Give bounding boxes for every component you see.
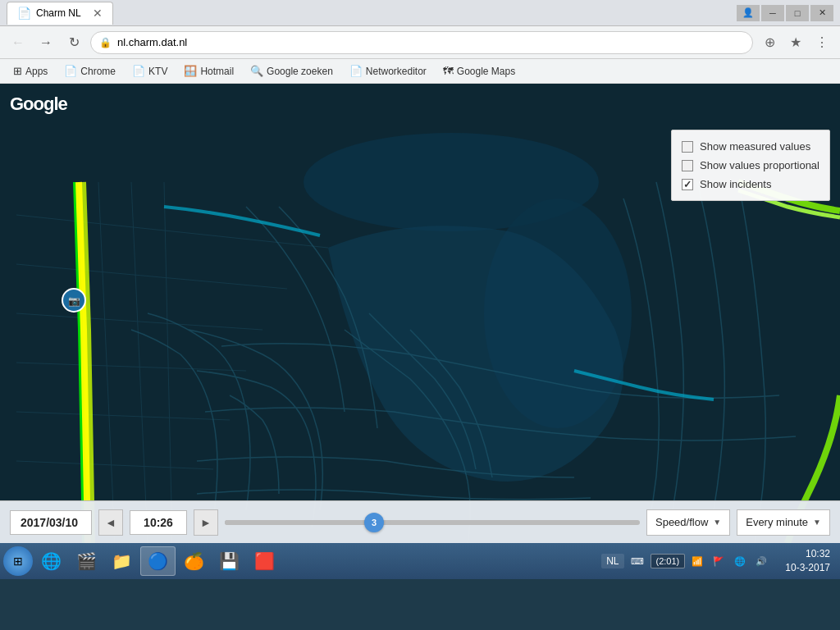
taskbar-media[interactable]: 🎬 <box>70 546 103 576</box>
svg-line-8 <box>16 363 246 371</box>
proportional-checkbox[interactable] <box>682 160 693 171</box>
ie-icon: 🌐 <box>41 551 62 571</box>
url-input-container[interactable]: 🔒 <box>90 31 753 54</box>
svg-text:📷: 📷 <box>68 294 80 307</box>
google-logo: Google <box>10 94 67 115</box>
legend-item-incidents[interactable]: Show incidents <box>682 175 819 194</box>
bookmark-hotmail-label: Hotmail <box>200 66 234 77</box>
bookmark-star-button[interactable]: ★ <box>784 31 807 54</box>
close-button[interactable]: ✕ <box>810 5 833 21</box>
media-icon: 🎬 <box>76 551 97 571</box>
refresh-button[interactable]: ↻ <box>62 31 85 54</box>
every-minute-label: Every minute <box>746 516 808 528</box>
apps-icon: ⊞ <box>13 65 22 77</box>
svg-line-5 <box>16 215 328 248</box>
date-display: 2017/03/10 <box>10 510 92 535</box>
language-indicator[interactable]: NL <box>601 554 623 568</box>
bookmark-googlemaps[interactable]: 🗺 Google Maps <box>436 62 522 80</box>
bookmark-chrome-label: Chrome <box>80 66 116 77</box>
svg-line-7 <box>16 313 262 330</box>
bookmark-ktv[interactable]: 📄 KTV <box>126 62 174 80</box>
window-controls: 👤 ─ □ ✕ <box>737 5 833 21</box>
bookmark-networkeditor-label: Networkeditor <box>366 66 427 77</box>
speed-flow-arrow: ▼ <box>713 518 721 527</box>
bookmark-apps[interactable]: ⊞ Apps <box>7 62 54 80</box>
map-area[interactable]: 📷 Google Show measured values Show value… <box>0 84 840 543</box>
flag-icon[interactable]: 🚩 <box>710 555 728 568</box>
speed-flow-box[interactable]: Speed/flow ▼ <box>646 509 730 536</box>
address-bar-icons: ⊕ ★ ⋮ <box>758 31 833 54</box>
clock-time: 10:32 <box>785 547 830 561</box>
bookmarks-bar: ⊞ Apps 📄 Chrome 📄 KTV 🪟 Hotmail 🔍 Google… <box>0 59 840 84</box>
start-button[interactable]: ⊞ <box>3 546 33 576</box>
taskbar-files[interactable]: 💾 <box>212 546 246 576</box>
svg-line-3 <box>131 182 148 543</box>
start-icon: ⊞ <box>13 555 23 568</box>
every-minute-arrow: ▼ <box>813 518 821 527</box>
explorer-icon: 📁 <box>112 551 132 571</box>
taskbar-ppt[interactable]: 🟥 <box>248 546 281 576</box>
url-input[interactable] <box>117 36 742 48</box>
every-minute-box[interactable]: Every minute ▼ <box>737 509 830 536</box>
bookmark-google-label: Google zoeken <box>267 66 333 77</box>
files-icon: 💾 <box>219 551 240 571</box>
taskbar-explorer[interactable]: 📁 <box>105 546 139 576</box>
tab-icon: 📄 <box>17 7 31 20</box>
bookmark-googlemaps-label: Google Maps <box>457 66 515 77</box>
speed-flow-dropdown[interactable]: Speed/flow ▼ <box>646 509 730 536</box>
system-tray: NL ⌨ (2:01) 📶 🚩 🌐 🔊 <box>595 554 777 568</box>
minimize-button[interactable]: ─ <box>761 5 784 21</box>
network-icon[interactable]: 🌐 <box>731 555 749 568</box>
forward-button[interactable]: → <box>34 31 57 54</box>
googlemaps-icon: 🗺 <box>443 65 454 77</box>
google-search-icon: 🔍 <box>250 65 263 77</box>
svg-line-4 <box>164 182 172 543</box>
legend-panel: Show measured values Show values proport… <box>671 130 830 201</box>
ktv-icon: 📄 <box>132 65 145 77</box>
battery-indicator[interactable]: (2:01) <box>651 554 686 568</box>
address-bar: ← → ↻ 🔒 ⊕ ★ ⋮ <box>0 26 840 59</box>
next-time-button[interactable]: ► <box>194 509 218 536</box>
every-minute-dropdown[interactable]: Every minute ▼ <box>737 509 830 536</box>
back-button[interactable]: ← <box>7 31 30 54</box>
bookmark-google[interactable]: 🔍 Google zoeken <box>244 62 340 80</box>
taskbar-ie[interactable]: 🌐 <box>34 546 68 576</box>
svg-line-9 <box>16 412 230 420</box>
tab-close-button[interactable]: ✕ <box>93 7 103 20</box>
keyboard-indicator[interactable]: ⌨ <box>628 555 647 568</box>
system-clock[interactable]: 10:32 10-3-2017 <box>778 547 837 575</box>
incidents-label: Show incidents <box>700 178 771 190</box>
user-icon-button[interactable]: 👤 <box>737 5 760 21</box>
chrome-taskbar-icon: 🔵 <box>148 551 168 571</box>
incidents-checkbox[interactable] <box>682 179 693 190</box>
slider-thumb[interactable]: 3 <box>364 513 384 532</box>
translate-button[interactable]: ⊕ <box>758 31 781 54</box>
browser-tab[interactable]: 📄 Charm NL ✕ <box>7 2 113 25</box>
bookmark-chrome[interactable]: 📄 Chrome <box>57 62 122 80</box>
speed-flow-label: Speed/flow <box>655 516 708 528</box>
title-bar: 📄 Charm NL ✕ 👤 ─ □ ✕ <box>0 0 840 26</box>
lock-icon: 🔒 <box>99 37 112 48</box>
signal-icon[interactable]: 📶 <box>688 555 706 568</box>
prev-time-button[interactable]: ◄ <box>98 509 123 536</box>
bookmark-apps-label: Apps <box>25 66 48 77</box>
bookmark-networkeditor[interactable]: 📄 Networkeditor <box>343 62 433 80</box>
control-bar: 2017/03/10 ◄ 10:26 ► 3 Speed/flow ▼ Ever… <box>0 500 840 543</box>
time-display: 10:26 <box>130 510 187 535</box>
chrome-menu-button[interactable]: ⋮ <box>810 31 833 54</box>
ppt-icon: 🟥 <box>254 551 275 571</box>
time-slider[interactable]: 3 <box>225 509 640 536</box>
maximize-button[interactable]: □ <box>786 5 809 21</box>
measured-values-checkbox[interactable] <box>682 141 693 153</box>
legend-item-measured[interactable]: Show measured values <box>682 137 819 156</box>
proportional-label: Show values proportional <box>700 159 819 171</box>
taskbar-app[interactable]: 🍊 <box>177 546 211 576</box>
legend-item-proportional[interactable]: Show values proportional <box>682 156 819 175</box>
taskbar-chrome[interactable]: 🔵 <box>140 546 176 576</box>
svg-line-2 <box>98 182 115 543</box>
svg-line-10 <box>16 461 213 469</box>
hotmail-icon: 🪟 <box>184 65 197 77</box>
volume-icon[interactable]: 🔊 <box>752 555 770 568</box>
bookmark-hotmail[interactable]: 🪟 Hotmail <box>177 62 240 80</box>
clock-date: 10-3-2017 <box>785 561 830 575</box>
